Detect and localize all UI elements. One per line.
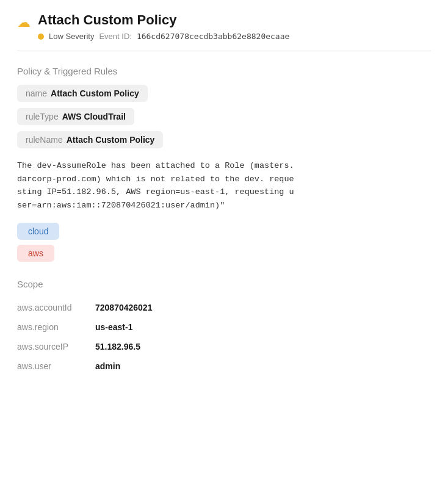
scope-rows: aws.accountId720870426021aws.regionus-ea… — [17, 298, 431, 376]
policy-section-title: Policy & Triggered Rules — [17, 66, 431, 76]
scope-key: aws.region — [17, 322, 90, 332]
tag-value: Attach Custom Policy — [51, 88, 139, 98]
badge-aws[interactable]: aws — [17, 245, 54, 262]
cloud-icon: ☁ — [17, 15, 31, 31]
header-meta: Low Severity Event ID: 166cd627078cecdb3… — [38, 32, 289, 41]
policy-section: Policy & Triggered Rules nameAttach Cust… — [17, 66, 431, 262]
tag-value: Attach Custom Policy — [67, 135, 155, 145]
scope-key: aws.user — [17, 361, 90, 371]
scope-section: Scope aws.accountId720870426021aws.regio… — [17, 279, 431, 376]
scope-row: aws.regionus-east-1 — [17, 317, 431, 337]
scope-value: 720870426021 — [95, 303, 152, 312]
tag-key: ruleName — [26, 135, 63, 145]
scope-value: us-east-1 — [95, 322, 132, 332]
tag-key: name — [26, 88, 47, 98]
scope-row: aws.accountId720870426021 — [17, 298, 431, 317]
badge-cloud[interactable]: cloud — [17, 223, 59, 240]
policy-tag: nameAttach Custom Policy — [17, 85, 148, 102]
policy-description: The dev-AssumeRole has been attached to … — [17, 159, 431, 212]
page-container: ☁ Attach Custom Policy Low Severity Even… — [0, 0, 448, 400]
scope-title: Scope — [17, 279, 431, 289]
header: ☁ Attach Custom Policy Low Severity Even… — [17, 12, 431, 51]
severity-dot — [38, 34, 44, 40]
scope-key: aws.sourceIP — [17, 342, 90, 351]
scope-row: aws.useradmin — [17, 356, 431, 376]
scope-value: admin — [95, 361, 120, 371]
scope-key: aws.accountId — [17, 303, 90, 312]
page-title: Attach Custom Policy — [38, 12, 289, 28]
scope-value: 51.182.96.5 — [95, 342, 140, 351]
policy-tag: ruleTypeAWS CloudTrail — [17, 108, 134, 125]
severity-label: Low Severity — [49, 32, 94, 41]
badge-group: cloudaws — [17, 223, 431, 262]
tag-value: AWS CloudTrail — [62, 112, 126, 121]
header-content: Attach Custom Policy Low Severity Event … — [38, 12, 289, 41]
event-id-value: 166cd627078cecdb3abb62e8820ecaae — [137, 32, 289, 41]
scope-row: aws.sourceIP51.182.96.5 — [17, 337, 431, 356]
tag-key: ruleType — [26, 112, 59, 121]
policy-tag: ruleNameAttach Custom Policy — [17, 131, 163, 148]
policy-tags: nameAttach Custom PolicyruleTypeAWS Clou… — [17, 85, 431, 148]
event-id-label: Event ID: — [99, 32, 131, 41]
